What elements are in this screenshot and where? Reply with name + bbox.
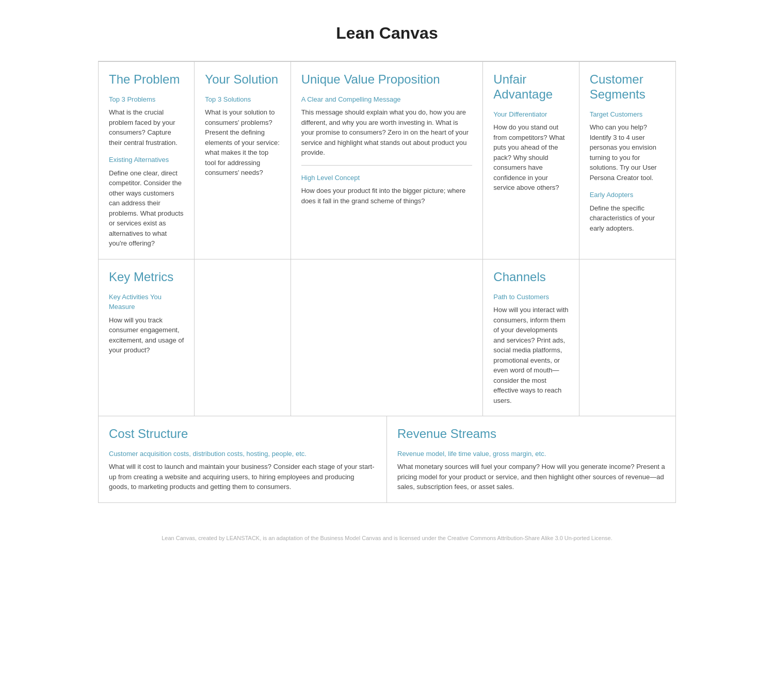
segments-bottom-cell: [579, 259, 675, 416]
revenue-streams-sub1-title: Revenue model, life time value, gross ma…: [397, 449, 665, 459]
unfair-advantage-title: Unfair Advantage: [493, 72, 568, 102]
customer-segments-sub2-title: Early Adopters: [590, 190, 665, 200]
revenue-streams-sub1-body: What monetary sources will fuel your com…: [397, 462, 665, 492]
key-metrics-sub1-title: Key Activities You Measure: [109, 292, 184, 312]
bottom-grid: Cost Structure Customer acquisition cost…: [98, 416, 676, 503]
cost-structure-sub1-body: What will it cost to launch and maintain…: [109, 462, 376, 492]
canvas-wrapper: The Problem Top 3 Problems What is the c…: [77, 61, 697, 524]
solution-bottom-cell: [195, 259, 291, 416]
customer-segments-sub2-body: Define the specific characteristics of y…: [590, 203, 665, 234]
problem-sub2-title: Existing Alternatives: [109, 155, 184, 165]
footer: Lean Canvas, created by LEANSTACK, is an…: [0, 524, 774, 553]
page-title: Lean Canvas: [0, 0, 774, 61]
customer-segments-title: Customer Segments: [590, 72, 665, 102]
unfair-advantage-cell: Unfair Advantage Your Differentiator How…: [483, 61, 579, 259]
top-grid: The Problem Top 3 Problems What is the c…: [98, 61, 676, 259]
solution-cell: Your Solution Top 3 Solutions What is yo…: [195, 61, 291, 259]
problem-sub1-body: What is the crucial problem faced by you…: [109, 107, 184, 148]
solution-title: Your Solution: [205, 72, 280, 87]
customer-segments-sub1-body: Who can you help? Identify 3 to 4 user p…: [590, 122, 665, 183]
problem-sub1-title: Top 3 Problems: [109, 94, 184, 105]
channels-sub1-body: How will you interact with consumers, in…: [493, 305, 568, 405]
unfair-advantage-sub1-body: How do you stand out from competitors? W…: [493, 122, 568, 193]
revenue-streams-title: Revenue Streams: [397, 427, 665, 442]
customer-segments-cell: Customer Segments Target Customers Who c…: [579, 61, 675, 259]
uvp-cell: Unique Value Proposition A Clear and Com…: [291, 61, 483, 259]
uvp-bottom-cell: [291, 259, 483, 416]
middle-row: Key Metrics Key Activities You Measure H…: [98, 259, 676, 416]
uvp-sub1-title: A Clear and Compelling Message: [301, 94, 473, 105]
cost-structure-title: Cost Structure: [109, 427, 376, 442]
problem-cell: The Problem Top 3 Problems What is the c…: [99, 61, 195, 259]
uvp-sub2-title: High Level Concept: [301, 173, 473, 183]
key-metrics-sub1-body: How will you track consumer engagement, …: [109, 315, 184, 355]
problem-sub2-body: Define one clear, direct competitor. Con…: [109, 168, 184, 249]
uvp-title: Unique Value Proposition: [301, 72, 473, 87]
problem-title: The Problem: [109, 72, 184, 87]
channels-title: Channels: [493, 270, 568, 285]
cost-structure-cell: Cost Structure Customer acquisition cost…: [99, 416, 387, 502]
channels-sub1-title: Path to Customers: [493, 292, 568, 302]
solution-sub1-body: What is your solution to consumers' prob…: [205, 107, 280, 178]
key-metrics-cell: Key Metrics Key Activities You Measure H…: [99, 259, 195, 416]
unfair-advantage-sub1-title: Your Differentiator: [493, 109, 568, 120]
cost-structure-sub1-title: Customer acquisition costs, distribution…: [109, 449, 376, 459]
key-metrics-title: Key Metrics: [109, 270, 184, 285]
solution-sub1-title: Top 3 Solutions: [205, 94, 280, 105]
channels-cell: Channels Path to Customers How will you …: [483, 259, 579, 416]
revenue-streams-cell: Revenue Streams Revenue model, life time…: [387, 416, 675, 502]
uvp-sub1-body: This message should explain what you do,…: [301, 107, 473, 158]
customer-segments-sub1-title: Target Customers: [590, 109, 665, 120]
uvp-sub2-body: How does your product fit into the bigge…: [301, 186, 473, 206]
